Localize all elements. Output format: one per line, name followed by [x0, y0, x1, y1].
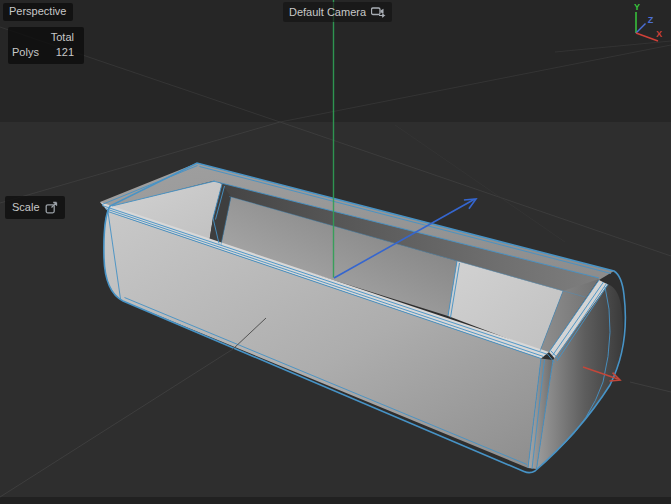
gizmo-z-label: Z: [648, 15, 654, 25]
camera-switch-icon: [371, 6, 386, 18]
tool-indicator: Scale: [5, 196, 65, 219]
stats-polys-value: 121: [44, 46, 74, 59]
viewport-bottom-strip: [0, 497, 671, 504]
stats-header-row: Total: [8, 30, 84, 45]
camera-menu[interactable]: Default Camera: [283, 2, 392, 22]
scene-svg: Y Z X: [0, 0, 671, 504]
stats-polys-row: Polys 121: [8, 45, 84, 60]
stats-total-header: Total: [44, 31, 74, 44]
3d-viewport[interactable]: Y Z X Perspective Total Polys 121 Defaul…: [0, 0, 671, 504]
gizmo-x-label: X: [656, 29, 662, 39]
stats-polys-label: Polys: [12, 46, 44, 59]
scale-lock-icon: [45, 201, 58, 214]
view-menu[interactable]: Perspective: [3, 3, 73, 21]
camera-menu-label: Default Camera: [289, 6, 366, 19]
gizmo-y-label: Y: [634, 2, 640, 12]
stats-hud: Total Polys 121: [8, 27, 84, 64]
tool-indicator-label: Scale: [12, 201, 40, 214]
